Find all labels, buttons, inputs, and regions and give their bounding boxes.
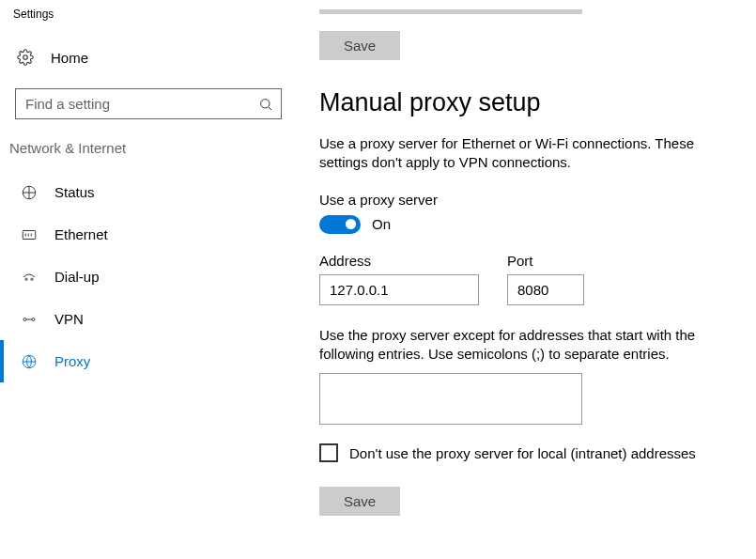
- svg-rect-6: [23, 230, 36, 239]
- sidebar-item-label: VPN: [54, 311, 84, 327]
- toggle-state: On: [372, 216, 391, 232]
- use-proxy-toggle[interactable]: [319, 215, 361, 234]
- exceptions-description: Use the proxy server except for addresse…: [319, 326, 714, 365]
- svg-point-11: [31, 278, 33, 280]
- dialup-icon: [19, 269, 39, 286]
- local-addresses-label: Don't use the proxy server for local (in…: [349, 445, 696, 461]
- svg-point-1: [261, 99, 270, 107]
- vpn-icon: [19, 311, 39, 328]
- search-input[interactable]: Find a setting: [15, 88, 282, 119]
- address-label: Address: [319, 253, 479, 269]
- sidebar-item-label: Status: [54, 184, 95, 200]
- home-nav[interactable]: Home: [0, 41, 291, 73]
- port-input[interactable]: [507, 274, 584, 305]
- svg-line-2: [269, 106, 271, 109]
- description: Use a proxy server for Ethernet or Wi-Fi…: [319, 134, 723, 173]
- sidebar-item-label: Proxy: [54, 353, 90, 369]
- svg-point-12: [23, 318, 26, 320]
- sidebar-item-proxy[interactable]: Proxy: [0, 340, 291, 382]
- search-icon: [258, 97, 273, 112]
- section-header: Network & Internet: [0, 140, 291, 171]
- sidebar-item-status[interactable]: Status: [0, 171, 291, 213]
- port-label: Port: [507, 253, 584, 269]
- sidebar-item-label: Ethernet: [54, 226, 108, 242]
- globe-grid-icon: [19, 184, 39, 201]
- gear-icon: [15, 49, 36, 66]
- save-button[interactable]: Save: [319, 487, 400, 516]
- use-proxy-label: Use a proxy server: [319, 192, 756, 208]
- window-title: Settings: [0, 8, 291, 28]
- exceptions-input[interactable]: [319, 373, 582, 425]
- svg-point-13: [32, 318, 35, 320]
- save-button-top[interactable]: Save: [319, 31, 400, 60]
- local-addresses-checkbox[interactable]: [319, 443, 338, 462]
- sidebar-item-dialup[interactable]: Dial-up: [0, 256, 291, 298]
- sidebar-item-label: Dial-up: [54, 269, 100, 285]
- svg-point-10: [25, 278, 27, 280]
- sidebar-item-ethernet[interactable]: Ethernet: [0, 213, 291, 256]
- sidebar-item-vpn[interactable]: VPN: [0, 298, 291, 340]
- svg-point-0: [23, 55, 28, 60]
- ethernet-icon: [19, 226, 39, 243]
- search-placeholder: Find a setting: [25, 96, 110, 112]
- globe-icon: [19, 353, 39, 370]
- page-heading: Manual proxy setup: [319, 88, 756, 117]
- address-input[interactable]: [319, 274, 479, 305]
- home-label: Home: [51, 50, 88, 66]
- script-address-input[interactable]: [319, 9, 582, 14]
